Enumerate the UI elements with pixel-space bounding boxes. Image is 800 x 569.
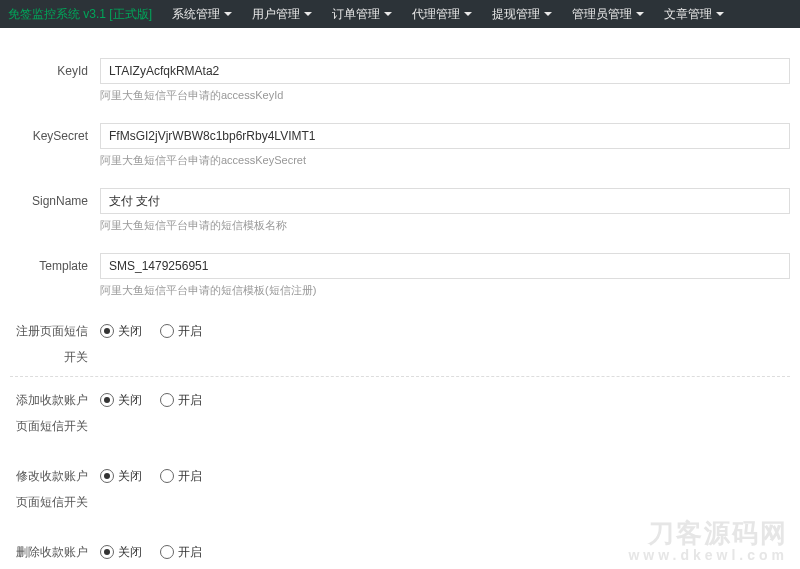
navbar: 免签监控系统 v3.1 [正式版] 系统管理 用户管理 订单管理 代理管理 提现… [0,0,800,28]
nav-label: 文章管理 [664,6,712,23]
chevron-down-icon [636,12,644,16]
input-template[interactable] [100,253,790,279]
radio-label: 关闭 [118,468,142,485]
row-keysecret: KeySecret 阿里大鱼短信平台申请的accessKeySecret [10,123,790,182]
radio-icon [160,469,174,483]
nav-label: 订单管理 [332,6,380,23]
label-keyid: KeyId [10,58,100,84]
chevron-down-icon [304,12,312,16]
input-keysecret[interactable] [100,123,790,149]
divider [10,376,790,377]
label-template: Template [10,253,100,279]
label-switch-add: 添加收款账户页面短信开关 [10,387,100,439]
nav-system[interactable]: 系统管理 [162,0,242,28]
help-template: 阿里大鱼短信平台申请的短信模板(短信注册) [100,283,790,298]
nav-label: 系统管理 [172,6,220,23]
radio-edit-off[interactable]: 关闭 [100,468,142,485]
row-switch-edit: 修改收款账户页面短信开关 关闭 开启 [10,463,790,515]
form-area: KeyId 阿里大鱼短信平台申请的accessKeyId KeySecret 阿… [0,28,800,569]
nav-agent[interactable]: 代理管理 [402,0,482,28]
radio-icon [100,393,114,407]
radio-register-on[interactable]: 开启 [160,323,202,340]
radio-label: 开启 [178,323,202,340]
watermark-url: www.dkewl.com [628,548,788,563]
row-signname: SignName 阿里大鱼短信平台申请的短信模板名称 [10,188,790,247]
row-template: Template 阿里大鱼短信平台申请的短信模板(短信注册) [10,253,790,312]
label-switch-delete: 删除收款账户页面短信开关 [10,539,100,569]
radio-icon [100,545,114,559]
nav-article[interactable]: 文章管理 [654,0,734,28]
nav-menu: 系统管理 用户管理 订单管理 代理管理 提现管理 管理员管理 文章管理 [162,0,734,28]
nav-user[interactable]: 用户管理 [242,0,322,28]
radio-label: 开启 [178,468,202,485]
radio-label: 开启 [178,392,202,409]
input-signname[interactable] [100,188,790,214]
radio-delete-off[interactable]: 关闭 [100,544,142,561]
label-keysecret: KeySecret [10,123,100,149]
row-switch-register: 注册页面短信开关 关闭 开启 [10,318,790,370]
nav-withdraw[interactable]: 提现管理 [482,0,562,28]
help-keyid: 阿里大鱼短信平台申请的accessKeyId [100,88,790,103]
row-keyid: KeyId 阿里大鱼短信平台申请的accessKeyId [10,58,790,117]
radio-add-off[interactable]: 关闭 [100,392,142,409]
radio-label: 开启 [178,544,202,561]
label-switch-edit: 修改收款账户页面短信开关 [10,463,100,515]
radio-edit-on[interactable]: 开启 [160,468,202,485]
nav-admin[interactable]: 管理员管理 [562,0,654,28]
chevron-down-icon [224,12,232,16]
watermark-title: 刀客源码网 [648,518,788,548]
nav-label: 管理员管理 [572,6,632,23]
label-signname: SignName [10,188,100,214]
nav-label: 提现管理 [492,6,540,23]
brand-title: 免签监控系统 v3.1 [正式版] [8,6,152,23]
radio-icon [160,545,174,559]
chevron-down-icon [716,12,724,16]
nav-label: 用户管理 [252,6,300,23]
chevron-down-icon [384,12,392,16]
nav-order[interactable]: 订单管理 [322,0,402,28]
radio-icon [100,469,114,483]
radio-label: 关闭 [118,323,142,340]
watermark: 刀客源码网 www.dkewl.com [628,519,788,563]
help-signname: 阿里大鱼短信平台申请的短信模板名称 [100,218,790,233]
radio-icon [160,393,174,407]
radio-delete-on[interactable]: 开启 [160,544,202,561]
radio-label: 关闭 [118,392,142,409]
chevron-down-icon [544,12,552,16]
radio-icon [100,324,114,338]
row-switch-add: 添加收款账户页面短信开关 关闭 开启 [10,387,790,439]
radio-add-on[interactable]: 开启 [160,392,202,409]
chevron-down-icon [464,12,472,16]
radio-label: 关闭 [118,544,142,561]
radio-register-off[interactable]: 关闭 [100,323,142,340]
nav-label: 代理管理 [412,6,460,23]
input-keyid[interactable] [100,58,790,84]
radio-icon [160,324,174,338]
label-switch-register: 注册页面短信开关 [10,318,100,370]
help-keysecret: 阿里大鱼短信平台申请的accessKeySecret [100,153,790,168]
